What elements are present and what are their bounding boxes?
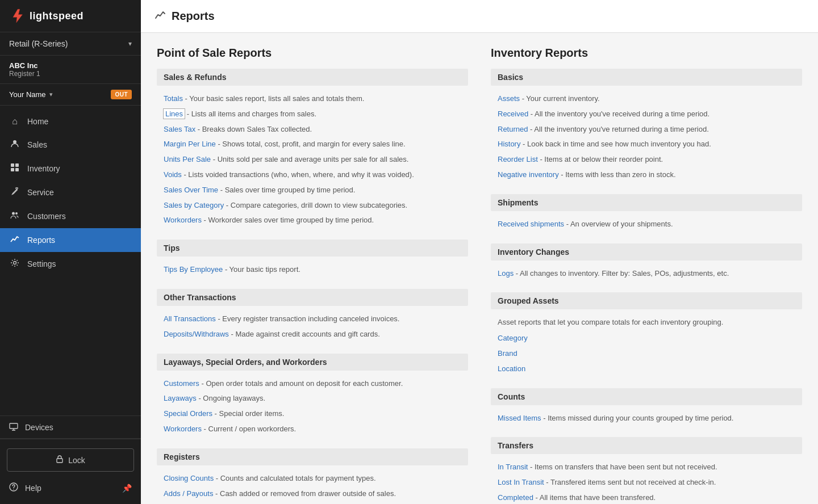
report-desc: - All items that have been transfered. [533,493,656,502]
report-desc: - Compare categories, drill down to view… [224,201,407,209]
devices-label: Devices [25,423,53,432]
user-section[interactable]: Your Name ▾ OUT [0,84,141,106]
report-item: Received - All the inventory you've rece… [491,107,802,122]
report-group-header: Inventory Changes [491,243,802,261]
sidebar-item-service[interactable]: Service [0,180,141,204]
report-link[interactable]: Negative inventory [498,170,559,179]
report-group: ShipmentsReceived shipments - An overvie… [491,194,802,232]
report-link[interactable]: History [498,140,520,148]
report-group: Grouped AssetsAsset reports that let you… [491,292,802,376]
report-link[interactable]: Units Per Sale [164,155,211,163]
lock-button[interactable]: Lock [7,448,134,472]
report-link[interactable]: Sales Over Time [164,186,218,194]
svg-point-11 [13,489,14,489]
report-link[interactable]: Totals [164,94,183,103]
report-group: CountsMissed Items - Items missed during… [491,388,802,426]
report-item: Returned - All the inventory you've retu… [491,122,802,137]
user-left: Your Name ▾ [9,90,53,99]
report-link[interactable]: Deposits/Withdraws [164,330,229,338]
report-group: RegistersClosing Counts - Counts and cal… [157,448,468,502]
report-desc: - Sales over time grouped by time period… [218,186,355,194]
report-link[interactable]: Assets [498,94,520,103]
reports-header-icon [155,9,166,23]
report-link[interactable]: Received [498,110,528,118]
svg-rect-4 [15,168,19,171]
report-desc: - Items missed during your counts groupe… [541,414,734,422]
pos-report-groups: Sales & RefundsTotals - Your basic sales… [157,69,468,504]
report-link[interactable]: Location [498,364,525,373]
report-group-intro: Asset reports that let you compare total… [491,315,802,331]
help-label: Help [25,484,41,493]
report-item: Closing Counts - Counts and calculated t… [157,471,468,486]
report-link[interactable]: Lines [164,109,185,119]
sidebar-item-label: Home [27,117,48,126]
report-group-header: Counts [491,388,802,405]
report-link[interactable]: In Transit [498,463,528,471]
sidebar-item-inventory[interactable]: Inventory [0,157,141,180]
report-group-header: Layaways, Special Orders, and Workorders [157,354,468,371]
report-link[interactable]: Returned [498,125,528,133]
report-desc: - All changes to inventory. Filter by: S… [514,269,729,278]
report-link[interactable]: Workorders [164,216,202,224]
report-group-header: Basics [491,69,802,86]
register-name: Register 1 [9,70,132,78]
report-link[interactable]: Category [498,334,528,342]
svg-point-0 [13,140,16,144]
report-link[interactable]: Completed [498,493,533,502]
report-item: Special Orders - Special order items. [157,406,468,422]
report-link[interactable]: Workorders [164,425,202,433]
retail-selector[interactable]: Retail (R-Series) ▾ [0,32,141,56]
report-link[interactable]: Reorder List [498,155,538,163]
sidebar-item-customers[interactable]: Customers [0,204,141,228]
report-link[interactable]: Customers [164,379,199,388]
help-icon [9,482,18,493]
report-link[interactable]: Voids [164,170,182,179]
report-link[interactable]: Missed Items [498,414,541,422]
report-link[interactable]: Special Orders [164,409,212,418]
sidebar-item-devices[interactable]: Devices [0,415,141,439]
report-link[interactable]: Adds / Payouts [164,489,213,498]
report-link[interactable]: Received shipments [498,220,564,228]
report-link[interactable]: Brand [498,349,517,358]
report-link[interactable]: Logs [498,269,514,278]
report-link[interactable]: Layaways [164,394,197,402]
report-item: Deposits/Withdraws - Made against credit… [157,327,468,342]
report-item: Received shipments - An overview of your… [491,217,802,232]
report-item: Units Per Sale - Units sold per sale and… [157,152,468,167]
svg-rect-3 [11,168,14,171]
report-desc: - All the inventory you've received duri… [528,110,710,118]
pin-icon: 📌 [122,484,132,493]
sidebar-item-label: Customers [27,212,66,221]
report-group-header: Shipments [491,194,802,211]
user-name: Your Name [9,90,46,99]
sidebar-item-settings[interactable]: Settings [0,252,141,276]
sidebar-nav: ⌂ Home Sales Inventory Service Custome [0,106,141,415]
sidebar-item-sales[interactable]: Sales [0,133,141,157]
report-link[interactable]: Closing Counts [164,474,214,482]
report-item: Sales by Category - Compare categories, … [157,198,468,213]
report-desc: - Shows total, cost, profit, and margin … [216,140,406,148]
report-item: Category [491,331,802,346]
report-item: All Transactions - Every register transa… [157,312,468,327]
report-link[interactable]: Sales by Category [164,201,224,209]
report-group: Other TransactionsAll Transactions - Eve… [157,289,468,342]
report-item: Tips By Employee - Your basic tips repor… [157,262,468,278]
sidebar-item-home[interactable]: ⌂ Home [0,110,141,133]
report-link[interactable]: Tips By Employee [164,265,223,274]
report-link[interactable]: All Transactions [164,314,216,323]
lightspeed-flame-icon [9,8,25,24]
sales-icon [9,139,20,150]
report-link[interactable]: Lost In Transit [498,478,544,486]
sidebar-logo-text: lightspeed [30,10,84,22]
sidebar-help[interactable]: Help 📌 [0,476,141,499]
report-group: TransfersIn Transit - Items on transfers… [491,437,802,504]
account-name: ABC Inc [9,61,132,70]
sidebar-item-reports[interactable]: Reports [0,228,141,252]
sidebar-logo[interactable]: lightspeed [0,0,141,32]
report-item: Sales Over Time - Sales over time groupe… [157,183,468,198]
report-link[interactable]: Sales Tax [164,125,195,133]
report-desc: - Current / open workorders. [202,425,296,433]
svg-point-5 [12,212,15,215]
report-item: Margin Per Line - Shows total, cost, pro… [157,137,468,152]
report-link[interactable]: Margin Per Line [164,140,216,148]
